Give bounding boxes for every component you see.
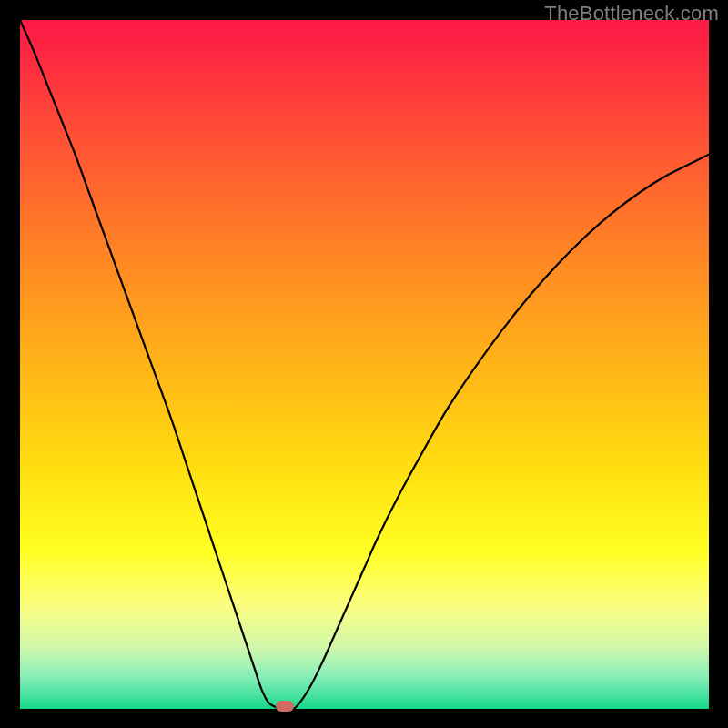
bottleneck-curve [20,20,709,709]
plot-area [20,20,709,709]
optimal-point-marker [276,701,294,712]
watermark-text: TheBottleneck.com [544,2,719,25]
chart-frame: TheBottleneck.com [0,0,728,728]
